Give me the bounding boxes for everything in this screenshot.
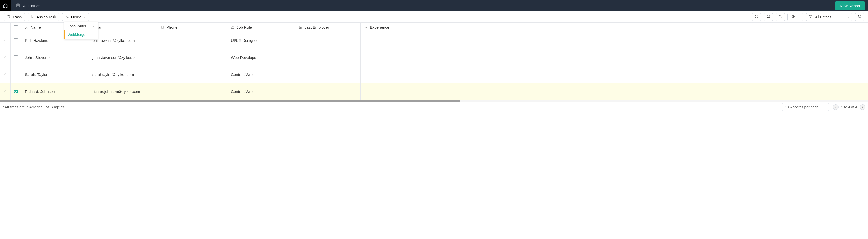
eye-icon <box>791 15 796 19</box>
cell-lastemp <box>293 32 361 49</box>
phone-icon <box>161 26 164 29</box>
table-row[interactable]: Richard, Johnson richardjohnson@zylker.c… <box>0 83 868 100</box>
list-icon <box>16 3 21 8</box>
briefcase-icon <box>231 26 235 29</box>
cell-jobrole: Content Writer <box>225 83 293 100</box>
row-edit-cell[interactable] <box>0 83 10 100</box>
visibility-button[interactable] <box>787 13 803 21</box>
cell-email-value: philhawkins@zylker.com <box>92 38 135 43</box>
row-edit-cell[interactable] <box>0 49 10 66</box>
svg-point-5 <box>793 16 794 17</box>
cell-lastemp <box>293 83 361 100</box>
cell-email: sarahtaylor@zylker.com <box>89 66 157 83</box>
cell-name-value: John, Stevenson <box>25 55 54 60</box>
task-icon <box>31 15 35 19</box>
cell-email: johnstevenson@zylker.com <box>89 49 157 66</box>
share-button[interactable] <box>776 13 785 21</box>
home-button[interactable] <box>0 0 10 11</box>
refresh-button[interactable] <box>752 13 761 21</box>
trash-button[interactable]: Trash <box>4 13 25 21</box>
merge-menu-zoho-writer[interactable]: Zoho Writer <box>64 22 98 30</box>
trash-label: Trash <box>13 15 22 19</box>
chevron-down-icon <box>83 15 86 19</box>
search-icon <box>858 14 862 20</box>
horizontal-scrollbar[interactable] <box>0 100 868 102</box>
table-row[interactable]: Sarah, Taylor sarahtaylor@zylker.com Con… <box>0 66 868 83</box>
assign-task-label: Assign Task <box>37 15 56 19</box>
page-breadcrumb: All Entries <box>16 3 40 8</box>
cell-name-value: Richard, Johnson <box>25 89 55 94</box>
row-checkbox-cell <box>10 66 21 83</box>
records-per-page-label: 10 Records per page <box>785 105 819 109</box>
records-per-page-dropdown[interactable]: 10 Records per page <box>782 103 829 111</box>
cell-phone <box>157 32 225 49</box>
svg-text:123: 123 <box>365 27 367 28</box>
header-phone[interactable]: Phone <box>157 23 225 32</box>
row-edit-cell[interactable] <box>0 66 10 83</box>
cell-email: richardjohnson@zylker.com <box>89 83 157 100</box>
merge-menu-webmerge-label: WebMerge <box>68 33 85 37</box>
scrollbar-thumb[interactable] <box>0 100 460 102</box>
cell-jobrole-value: Content Writer <box>231 72 256 77</box>
footer: * All times are in America/Los_Angeles 1… <box>0 102 868 112</box>
chevron-down-icon <box>798 15 800 19</box>
row-checkbox[interactable] <box>14 90 18 94</box>
header-lastemp[interactable]: Last Employer <box>293 23 361 32</box>
cell-experience <box>361 66 868 83</box>
pencil-icon <box>3 89 7 94</box>
row-edit-cell[interactable] <box>0 32 10 49</box>
cell-experience <box>361 83 868 100</box>
header-name-label: Name <box>30 25 41 29</box>
header-checkbox-col <box>10 23 21 32</box>
header-jobrole[interactable]: Job Role <box>225 23 293 32</box>
share-icon <box>778 14 782 20</box>
pencil-icon <box>3 38 7 43</box>
svg-point-7 <box>26 26 27 27</box>
cell-lastemp <box>293 49 361 66</box>
header-experience-label: Experience <box>370 25 389 29</box>
row-checkbox[interactable] <box>14 38 18 42</box>
table-row[interactable]: Phil, Hawkins philhawkins@zylker.com UI/… <box>0 32 868 49</box>
prev-page-button[interactable] <box>833 104 839 110</box>
cell-jobrole-value: Content Writer <box>231 89 256 94</box>
merge-button[interactable]: Merge <box>62 13 89 21</box>
header-experience[interactable]: 123 Experience <box>361 23 868 32</box>
filter-label: All Entries <box>815 15 831 19</box>
table-row[interactable]: John, Stevenson johnstevenson@zylker.com… <box>0 49 868 66</box>
select-all-checkbox[interactable] <box>14 25 18 29</box>
merge-label: Merge <box>71 15 82 19</box>
timezone-note: * All times are in America/Los_Angeles <box>3 105 65 109</box>
chevron-down-icon <box>824 105 827 109</box>
merge-dropdown-menu: Zoho Writer WebMerge <box>64 22 98 39</box>
search-button[interactable] <box>855 13 864 21</box>
cell-email-value: richardjohnson@zylker.com <box>92 89 140 94</box>
assign-task-button[interactable]: Assign Task <box>28 13 59 21</box>
trash-icon <box>7 15 10 19</box>
filter-dropdown[interactable]: All Entries <box>806 13 852 21</box>
svg-rect-4 <box>768 17 769 18</box>
svg-rect-11 <box>300 26 301 28</box>
cell-experience <box>361 49 868 66</box>
cell-lastemp <box>293 66 361 83</box>
cell-phone <box>157 83 225 100</box>
pagination: 1 to 4 of 4 <box>833 104 865 110</box>
home-icon <box>3 3 8 8</box>
toolbar: Trash Assign Task Merge Zoho Writer WebM… <box>0 11 868 23</box>
row-checkbox-cell <box>10 49 21 66</box>
header-phone-label: Phone <box>166 25 178 29</box>
cell-jobrole-value: UI/UX Designer <box>231 38 258 43</box>
row-checkbox[interactable] <box>14 56 18 59</box>
refresh-icon <box>754 14 758 20</box>
header-email[interactable]: Email <box>89 23 157 32</box>
merge-menu-webmerge[interactable]: WebMerge <box>64 30 98 39</box>
next-page-button[interactable] <box>860 104 865 110</box>
new-report-button[interactable]: New Report <box>835 1 865 10</box>
person-icon <box>25 26 28 29</box>
svg-rect-12 <box>301 27 302 28</box>
chevron-down-icon <box>847 15 850 19</box>
row-checkbox[interactable] <box>14 72 18 76</box>
number-icon: 123 <box>364 26 368 29</box>
svg-point-9 <box>162 28 162 28</box>
svg-rect-10 <box>231 27 234 28</box>
print-button[interactable] <box>764 13 773 21</box>
